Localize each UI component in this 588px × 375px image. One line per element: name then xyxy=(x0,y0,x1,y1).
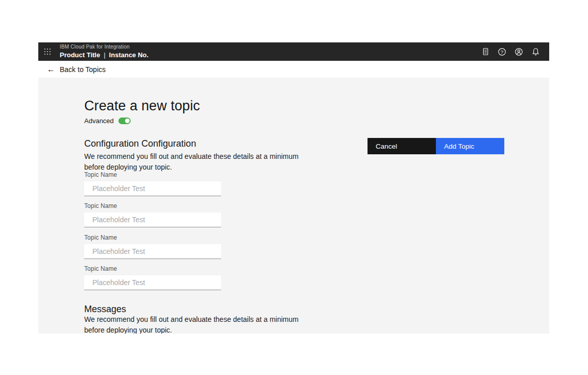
product-brand: IBM Cloud Pak for Integration Product Ti… xyxy=(60,44,149,59)
app-header: IBM Cloud Pak for Integration Product Ti… xyxy=(38,42,549,61)
catalog-button[interactable] xyxy=(477,42,494,61)
topic-name-field-group: Topic Name xyxy=(84,234,221,259)
configuration-section-description: We recommend you fill out and evaluate t… xyxy=(84,151,315,173)
product-title-line: Product Title|Instance No. xyxy=(60,51,149,59)
topic-name-field-group: Topic Name xyxy=(84,265,221,290)
back-to-topics-label: Back to Topics xyxy=(60,65,106,74)
configuration-section-heading: Configuration Configuration xyxy=(84,138,196,149)
toggle-knob xyxy=(125,119,130,123)
page-canvas: IBM Cloud Pak for Integration Product Ti… xyxy=(0,0,588,375)
topic-name-label: Topic Name xyxy=(84,202,221,209)
topic-name-label: Topic Name xyxy=(84,265,221,272)
title-divider: | xyxy=(104,51,105,59)
topic-name-label: Topic Name xyxy=(84,171,221,178)
back-to-topics-link[interactable]: ← Back to Topics xyxy=(47,65,106,74)
messages-section-description: We recommend you fill out and evaluate t… xyxy=(84,314,315,334)
svg-text:?: ? xyxy=(501,49,503,54)
back-nav-row: ← Back to Topics xyxy=(38,61,549,78)
add-topic-button[interactable]: Add Topic xyxy=(436,138,504,154)
app-switcher-icon xyxy=(44,49,51,55)
topic-name-input-2[interactable] xyxy=(84,213,221,227)
app-switcher-button[interactable] xyxy=(38,42,57,61)
help-button[interactable]: ? xyxy=(494,42,510,61)
product-title: Product Title xyxy=(60,51,100,59)
user-avatar-button[interactable] xyxy=(510,42,527,61)
instance-name: Instance No. xyxy=(109,51,149,59)
catalog-icon xyxy=(481,48,489,56)
topic-name-field-group: Topic Name xyxy=(84,202,221,227)
help-icon: ? xyxy=(498,48,506,56)
topic-name-field-group: Topic Name xyxy=(84,171,221,196)
notifications-button[interactable] xyxy=(527,42,544,61)
header-actions: ? xyxy=(477,42,549,61)
form-actions: Cancel Add Topic xyxy=(368,138,504,154)
advanced-toggle-label: Advanced xyxy=(84,117,114,125)
advanced-toggle[interactable] xyxy=(118,118,131,124)
user-avatar-icon xyxy=(514,48,523,56)
topic-name-input-4[interactable] xyxy=(84,275,221,290)
advanced-toggle-row: Advanced xyxy=(84,117,131,125)
topic-name-label: Topic Name xyxy=(84,234,221,241)
messages-section-heading: Messages xyxy=(84,304,126,315)
topic-name-input-3[interactable] xyxy=(84,244,221,259)
create-topic-panel: Create a new topic Advanced Cancel Add T… xyxy=(38,78,549,334)
product-eyebrow: IBM Cloud Pak for Integration xyxy=(60,44,149,51)
topic-name-input-1[interactable] xyxy=(84,181,221,196)
notifications-bell-icon xyxy=(531,48,540,56)
page-title: Create a new topic xyxy=(84,98,200,114)
arrow-left-icon: ← xyxy=(47,65,55,74)
cancel-button[interactable]: Cancel xyxy=(368,138,436,154)
